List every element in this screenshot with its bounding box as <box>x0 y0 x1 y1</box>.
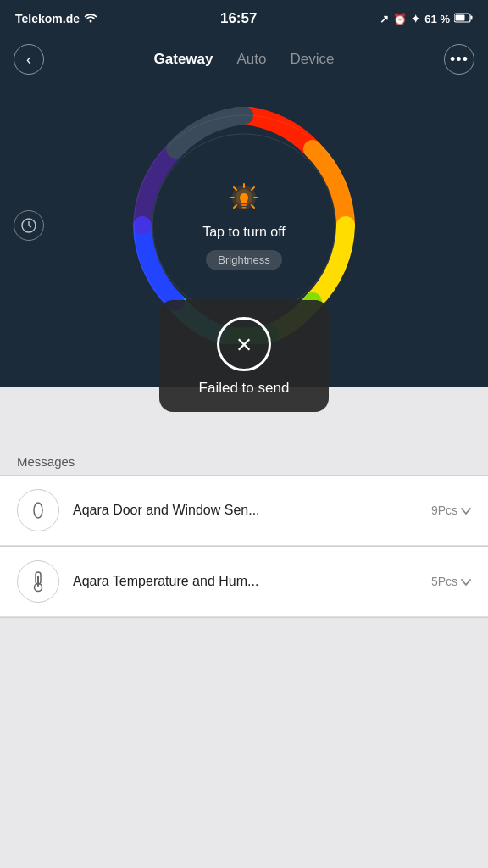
chevron-down-icon-door <box>461 504 471 517</box>
divider-bottom <box>0 617 488 618</box>
alarm-icon: ⏰ <box>393 13 407 25</box>
count-door-label: 9Pcs <box>431 504 458 517</box>
wifi-icon <box>84 12 97 25</box>
svg-point-0 <box>90 20 92 23</box>
svg-line-13 <box>234 187 236 190</box>
battery-icon <box>454 13 473 25</box>
battery-label: 61 % <box>424 13 450 25</box>
device-icon-temp <box>17 560 59 603</box>
main-dark-section: Tap to turn off Brightness × Failed to s… <box>0 81 488 387</box>
svg-line-10 <box>252 187 254 190</box>
tap-to-turn-off-label: Tap to turn off <box>202 225 286 240</box>
wheel-inner: Tap to turn off Brightness <box>159 141 329 310</box>
count-temp-label: 5Pcs <box>431 575 458 588</box>
nav-header: ‹ Gateway Auto Device ••• <box>0 37 488 81</box>
clock-button[interactable] <box>14 210 44 241</box>
tab-device[interactable]: Device <box>290 51 334 68</box>
back-button[interactable]: ‹ <box>14 44 44 75</box>
svg-line-15 <box>234 205 236 208</box>
tab-gateway[interactable]: Gateway <box>154 51 214 68</box>
device-name-temp: Aqara Temperature and Hum... <box>73 574 418 589</box>
device-count-temp[interactable]: 5Pcs <box>431 575 471 588</box>
toast-error-icon: × <box>217 317 271 371</box>
svg-rect-3 <box>456 14 465 20</box>
svg-rect-2 <box>471 15 473 19</box>
svg-rect-16 <box>241 204 247 206</box>
svg-point-18 <box>34 503 42 518</box>
messages-header: Messages <box>0 446 488 475</box>
chevron-down-icon-temp <box>461 576 471 588</box>
x-symbol: × <box>236 331 252 358</box>
location-icon: ↗ <box>380 13 389 25</box>
brightness-badge[interactable]: Brightness <box>206 250 281 270</box>
svg-line-12 <box>252 205 254 208</box>
status-time: 16:57 <box>220 10 257 27</box>
device-name-door: Aqara Door and Window Sen... <box>73 503 418 518</box>
status-left: Telekom.de <box>15 12 97 25</box>
light-bulb-icon[interactable]: Tap to turn off <box>202 182 286 240</box>
device-item[interactable]: Aqara Door and Window Sen... 9Pcs <box>0 476 488 546</box>
more-button[interactable]: ••• <box>444 44 474 75</box>
carrier-label: Telekom.de <box>15 12 80 25</box>
toast-overlay: × Failed to send <box>159 300 329 412</box>
tab-auto[interactable]: Auto <box>236 51 266 68</box>
door-sensor-icon <box>27 499 49 521</box>
messages-section: Messages Aqara Door and Window Sen... 9P… <box>0 387 488 618</box>
bulb-svg <box>225 182 263 220</box>
device-icon-door <box>17 489 59 531</box>
status-bar: Telekom.de 16:57 ↗ ⏰ ✦ 61 % <box>0 0 488 37</box>
status-right: ↗ ⏰ ✦ 61 % <box>380 13 473 25</box>
messages-title: Messages <box>17 454 75 469</box>
device-item-2[interactable]: Aqara Temperature and Hum... 5Pcs <box>0 547 488 617</box>
svg-rect-17 <box>241 207 246 209</box>
device-count-door[interactable]: 9Pcs <box>431 504 471 517</box>
thermometer-icon <box>27 570 49 593</box>
toast-message: Failed to send <box>199 380 290 397</box>
nav-tabs: Gateway Auto Device <box>154 51 335 68</box>
bluetooth-icon: ✦ <box>411 13 420 25</box>
